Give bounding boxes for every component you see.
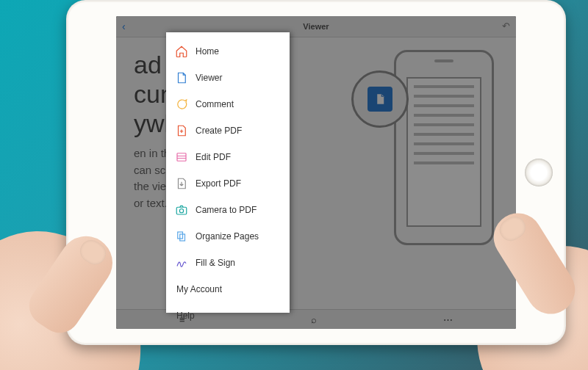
- home-button-hardware[interactable]: [525, 159, 553, 186]
- document-icon: [175, 71, 188, 84]
- home-icon: [175, 45, 188, 58]
- sidebar-item-organize-pages[interactable]: Organize Pages: [166, 223, 290, 250]
- page-title: Viewer: [303, 22, 329, 31]
- sidebar-item-label: Export PDF: [196, 178, 241, 189]
- sidebar-item-help[interactable]: Help: [166, 302, 290, 329]
- sidebar-item-label: Fill & Sign: [196, 258, 235, 268]
- sidebar-item-label: Help: [176, 311, 195, 321]
- phone-outline: [394, 50, 494, 245]
- organize-icon: [175, 230, 188, 243]
- sidebar-item-label: Viewer: [196, 73, 222, 83]
- sidebar-item-my-account[interactable]: My Account: [166, 276, 290, 302]
- sidebar-item-edit-pdf[interactable]: Edit PDF: [166, 144, 290, 170]
- more-icon[interactable]: ⋯: [443, 314, 453, 325]
- sidebar-item-label: Home: [196, 46, 219, 57]
- comment-icon: [175, 98, 188, 111]
- magnifier-icon: [351, 70, 409, 128]
- export-pdf-icon: [175, 177, 188, 190]
- sidebar-item-camera-to-pdf[interactable]: Camera to PDF: [166, 197, 290, 223]
- svg-point-2: [179, 209, 183, 213]
- hero-body4: or text.: [134, 197, 168, 209]
- sidebar-item-fill-sign[interactable]: Fill & Sign: [166, 250, 290, 276]
- undo-icon[interactable]: ↶: [502, 21, 510, 32]
- sidebar-menu: HomeViewerCommentCreate PDFEdit PDFExpor…: [166, 32, 290, 313]
- back-icon[interactable]: ‹: [122, 21, 126, 32]
- tablet-body: ‹ Viewer ↶ ad cuments ywhere en in the V…: [66, 0, 566, 345]
- sidebar-item-label: Organize Pages: [196, 231, 259, 242]
- sidebar-item-export-pdf[interactable]: Export PDF: [166, 170, 290, 197]
- search-icon[interactable]: ⌕: [311, 314, 317, 325]
- sidebar-item-create-pdf[interactable]: Create PDF: [166, 117, 290, 144]
- edit-pdf-icon: [175, 150, 188, 164]
- sidebar-item-home[interactable]: Home: [166, 38, 290, 65]
- tablet-screen: ‹ Viewer ↶ ad cuments ywhere en in the V…: [116, 16, 516, 329]
- sidebar-item-label: Comment: [196, 99, 234, 109]
- sidebar-item-viewer[interactable]: Viewer: [166, 65, 290, 91]
- sidebar-item-label: Camera to PDF: [196, 205, 257, 215]
- sign-icon: [175, 256, 188, 269]
- sidebar-item-comment[interactable]: Comment: [166, 91, 290, 117]
- sidebar-item-label: Create PDF: [196, 126, 242, 136]
- camera-icon: [175, 203, 188, 217]
- sidebar-item-label: My Account: [176, 284, 222, 294]
- hero-illustration: [359, 50, 498, 297]
- svg-rect-0: [177, 153, 186, 162]
- hero-line1: ad: [134, 51, 162, 79]
- svg-rect-1: [176, 207, 187, 214]
- create-pdf-icon: [175, 124, 188, 137]
- sidebar-item-label: Edit PDF: [196, 152, 231, 162]
